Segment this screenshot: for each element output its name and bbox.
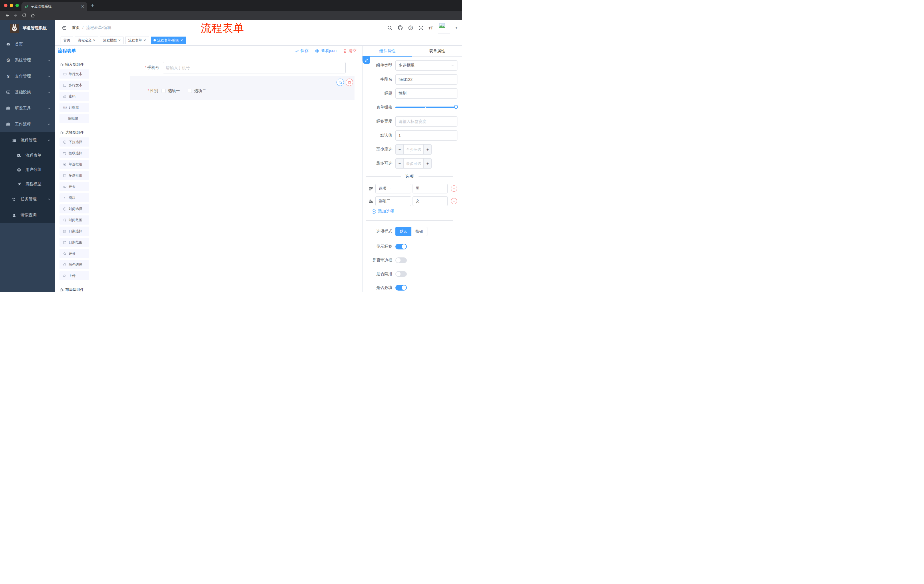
minus-icon[interactable]: − xyxy=(396,145,404,154)
sidebar-item-home[interactable]: 首页 xyxy=(0,36,55,52)
close-icon[interactable]: ✕ xyxy=(118,39,120,42)
delete-component-button[interactable] xyxy=(346,79,353,86)
sidebar-item-task-mgmt[interactable]: 任务管理 xyxy=(0,191,55,207)
sidebar-logo[interactable]: 芋道管理系统 xyxy=(0,20,55,36)
window-minimize-button[interactable] xyxy=(10,4,13,7)
sidebar-item-workflow[interactable]: 工作流程 xyxy=(0,116,55,132)
field-name-input[interactable] xyxy=(395,74,457,85)
checkbox-option-1[interactable]: 选项一 xyxy=(162,88,180,94)
required-switch[interactable] xyxy=(395,285,407,291)
minus-icon[interactable]: − xyxy=(396,159,404,168)
avatar[interactable] xyxy=(438,22,450,33)
sidebar-item-process-form[interactable]: 流程表单 xyxy=(0,148,55,163)
avatar-caret-icon[interactable]: ▼ xyxy=(455,26,458,30)
option-value-input[interactable] xyxy=(412,184,448,193)
style-button-button[interactable]: 按钮 xyxy=(411,227,427,236)
slider-track[interactable] xyxy=(395,107,457,108)
add-option-button[interactable]: + 添加选项 xyxy=(372,209,457,214)
tab-close-icon[interactable]: ✕ xyxy=(81,5,84,8)
tag-process-definition[interactable]: 流程定义✕ xyxy=(75,36,98,44)
component-chip-editor[interactable]: 编辑器 xyxy=(59,114,89,123)
sidebar-item-infra[interactable]: 基础设施 xyxy=(0,84,55,100)
canvas-field-gender-selected[interactable]: *性别 选项一 选项二 xyxy=(130,76,355,100)
style-default-button[interactable]: 默认 xyxy=(395,227,411,236)
sidebar-item-leave-query[interactable]: 请假查询 xyxy=(0,207,55,223)
slider-handle[interactable] xyxy=(454,105,458,109)
close-icon[interactable]: ✕ xyxy=(143,39,146,42)
component-chip-counter[interactable]: 123 计数器 xyxy=(59,103,89,112)
sidebar-item-payment[interactable]: ¥ 支付管理 xyxy=(0,68,55,84)
option-value-input[interactable] xyxy=(412,196,448,206)
close-icon[interactable]: ✕ xyxy=(180,39,183,42)
component-chip-date-picker[interactable]: 日期选择 xyxy=(59,227,89,236)
window-close-button[interactable] xyxy=(4,4,7,7)
option-label-input[interactable] xyxy=(375,196,411,206)
fullscreen-icon[interactable] xyxy=(418,25,424,31)
label-width-input[interactable] xyxy=(395,116,457,127)
max-select-input[interactable] xyxy=(404,159,423,168)
reload-icon[interactable] xyxy=(22,13,26,18)
phone-input[interactable] xyxy=(163,62,346,73)
show-label-switch[interactable] xyxy=(395,244,407,249)
help-icon[interactable]: ? xyxy=(408,25,413,31)
home-icon[interactable] xyxy=(30,13,35,18)
tag-home[interactable]: 首页 xyxy=(61,36,73,44)
component-chip-multi-text[interactable]: 多行文本 xyxy=(59,81,89,90)
border-switch[interactable] xyxy=(395,257,407,263)
component-chip-time-range[interactable]: 时间范围 xyxy=(59,216,89,225)
component-chip-slider[interactable]: 滑块 xyxy=(59,193,89,202)
grid-slider[interactable] xyxy=(395,102,457,113)
tag-process-form-edit[interactable]: 流程表单-编辑✕ xyxy=(151,36,186,44)
breadcrumb-home[interactable]: 首页 xyxy=(72,25,80,30)
tag-process-form[interactable]: 流程表单✕ xyxy=(125,36,148,44)
component-type-select[interactable]: 多选框组 xyxy=(395,60,457,71)
title-input[interactable] xyxy=(395,88,457,99)
component-chip-radio-group[interactable]: 单选框组 xyxy=(59,160,89,169)
min-select-input[interactable] xyxy=(404,145,423,154)
github-icon[interactable] xyxy=(398,25,403,31)
sidebar-collapse-icon[interactable] xyxy=(61,25,67,31)
remove-option-button[interactable]: − xyxy=(451,186,457,192)
sidebar-item-system[interactable]: ⚙ 系统管理 xyxy=(0,52,55,68)
binding-link-tab[interactable] xyxy=(363,57,370,64)
copy-component-button[interactable] xyxy=(337,79,344,86)
component-chip-password[interactable]: 密码 xyxy=(59,92,89,101)
component-chip-select[interactable]: 下拉选择 xyxy=(59,137,89,146)
option-label-input[interactable] xyxy=(375,184,411,193)
font-size-icon[interactable]: TT xyxy=(429,25,433,30)
component-chip-time-picker[interactable]: 时间选择 xyxy=(59,204,89,214)
plus-icon[interactable]: + xyxy=(423,145,431,154)
search-icon[interactable] xyxy=(387,25,393,31)
component-chip-checkbox-group[interactable]: 多选框组 xyxy=(59,171,89,180)
tag-process-model[interactable]: 流程模型✕ xyxy=(100,36,124,44)
plus-icon[interactable]: + xyxy=(423,159,431,168)
new-tab-button[interactable]: + xyxy=(91,2,94,9)
component-chip-switch[interactable]: 开关 xyxy=(59,182,89,191)
drag-handle-icon[interactable] xyxy=(368,186,373,191)
disabled-switch[interactable] xyxy=(395,271,407,277)
clear-button[interactable]: 清空 xyxy=(343,48,356,53)
component-chip-single-text[interactable]: 单行文本 xyxy=(59,69,89,79)
browser-tab[interactable]: 芋道管理系统 ✕ xyxy=(21,2,87,11)
drag-handle-icon[interactable] xyxy=(368,199,373,204)
component-chip-cascader[interactable]: 级联选择 xyxy=(59,148,89,158)
view-json-button[interactable]: 查看json xyxy=(315,48,337,53)
remove-option-button[interactable]: − xyxy=(451,198,457,204)
tab-component-props[interactable]: 组件属性 xyxy=(363,46,412,56)
tab-form-props[interactable]: 表单属性 xyxy=(412,46,462,56)
forward-icon[interactable] xyxy=(13,13,18,18)
component-chip-upload[interactable]: 上传 xyxy=(59,271,89,280)
component-chip-date-range[interactable]: 日期范围 xyxy=(59,238,89,247)
sidebar-item-devtools[interactable]: 研发工具 xyxy=(0,100,55,116)
window-zoom-button[interactable] xyxy=(15,4,19,7)
component-chip-color-picker[interactable]: 颜色选择 xyxy=(59,260,89,269)
canvas-field-phone[interactable]: *手机号 xyxy=(130,62,362,73)
component-chip-rate[interactable]: 评分 xyxy=(59,249,89,258)
sidebar-item-user-group[interactable]: 用户分组 xyxy=(0,163,55,177)
sidebar-item-process-mgmt[interactable]: 流程管理 xyxy=(0,132,55,148)
checkbox-option-2[interactable]: 选项二 xyxy=(188,88,206,94)
save-button[interactable]: 保存 xyxy=(295,48,309,53)
default-value-input[interactable] xyxy=(395,130,457,141)
close-icon[interactable]: ✕ xyxy=(93,39,96,42)
sidebar-item-process-model[interactable]: 流程模型 xyxy=(0,177,55,191)
